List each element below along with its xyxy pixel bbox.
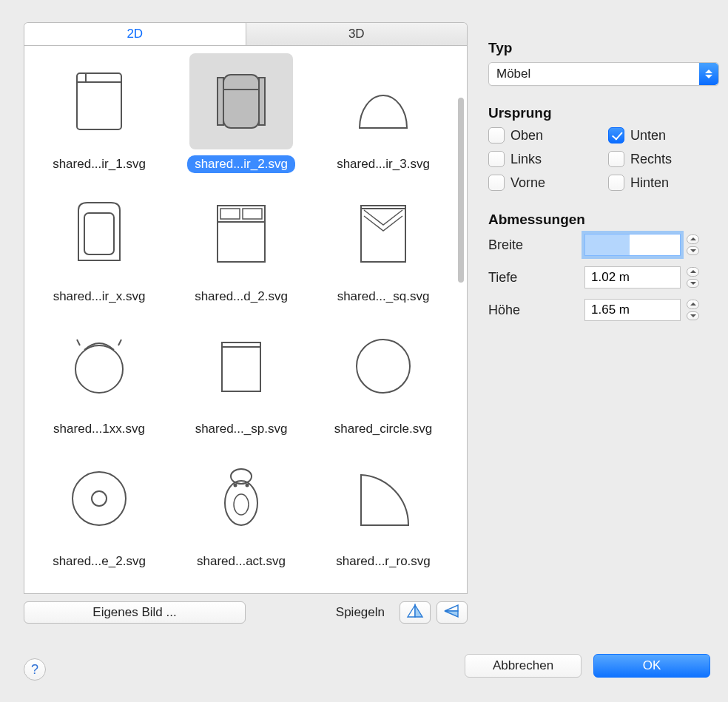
shape-filename: shared..._sp.svg — [188, 420, 295, 438]
shape-item[interactable]: shared...r_ro.svg — [316, 450, 451, 580]
dimension-input-breite[interactable] — [584, 234, 681, 256]
shape-item[interactable]: shared..._sq.svg — [316, 186, 451, 315]
shape-thumbnail — [331, 583, 435, 594]
dimension-stepper-hoehe[interactable] — [687, 300, 700, 320]
own-image-button[interactable]: Eigenes Bild ... — [24, 601, 246, 624]
origin-checkbox-rechts[interactable]: Rechts — [608, 151, 690, 167]
shape-item[interactable]: shared..._sp.svg — [174, 318, 309, 448]
svg-point-24 — [234, 484, 237, 487]
shape-item[interactable] — [174, 583, 309, 594]
shape-item[interactable] — [316, 583, 451, 594]
mirror-horizontal-icon — [406, 604, 424, 622]
shape-item[interactable]: shared...d_2.svg — [174, 186, 309, 315]
dimension-input-hoehe[interactable] — [584, 299, 681, 321]
shape-thumbnail — [189, 318, 293, 414]
origin-label: Rechts — [630, 152, 672, 167]
svg-point-14 — [75, 345, 123, 393]
tab-bar: 2D 3D — [24, 22, 468, 45]
checkbox-icon — [608, 151, 624, 167]
type-select[interactable]: Möbel — [488, 62, 719, 86]
svg-point-19 — [357, 340, 410, 393]
shape-filename: shared...ir_x.svg — [46, 288, 153, 306]
shape-thumbnail — [189, 583, 293, 594]
svg-line-15 — [77, 340, 80, 345]
origin-title: Ursprung — [488, 105, 710, 121]
svg-rect-12 — [361, 206, 405, 262]
shape-thumbnail — [47, 53, 151, 149]
svg-rect-10 — [243, 209, 262, 219]
stepper-down-icon[interactable] — [687, 311, 699, 321]
svg-line-16 — [118, 340, 121, 345]
origin-checkbox-oben[interactable]: Oben — [488, 127, 570, 144]
stepper-down-icon[interactable] — [687, 279, 699, 288]
scrollbar[interactable] — [456, 53, 465, 586]
type-select-value: Möbel — [496, 67, 530, 81]
cancel-button[interactable]: Abbrechen — [465, 654, 582, 678]
svg-point-20 — [73, 472, 126, 525]
stepper-up-icon[interactable] — [687, 267, 699, 277]
svg-rect-9 — [220, 209, 240, 219]
origin-label: Vorne — [510, 175, 545, 191]
shape-item[interactable]: shared_circle.svg — [316, 318, 451, 448]
origin-checkbox-unten[interactable]: Unten — [608, 127, 690, 144]
type-title: Typ — [488, 40, 710, 56]
shape-thumbnail — [331, 318, 435, 414]
shape-thumbnail — [189, 186, 293, 282]
shape-item[interactable]: shared...act.svg — [174, 450, 309, 580]
checkbox-icon — [488, 127, 505, 144]
dimension-label-hoehe: Höhe — [488, 303, 584, 318]
shape-thumbnail — [47, 318, 151, 414]
dimensions-title: Abmessungen — [488, 212, 710, 228]
shape-filename: shared_circle.svg — [327, 420, 439, 438]
shape-item[interactable]: shared...1xx.svg — [32, 318, 166, 448]
shape-item[interactable]: shared...ir_2.svg — [174, 53, 309, 183]
shape-filename: shared...d_2.svg — [187, 288, 295, 306]
tab-2d[interactable]: 2D — [24, 23, 246, 45]
svg-point-22 — [225, 481, 257, 525]
origin-checkbox-vorne[interactable]: Vorne — [488, 175, 570, 191]
svg-point-21 — [92, 491, 107, 506]
svg-point-26 — [234, 494, 249, 515]
origin-checkbox-links[interactable]: Links — [488, 151, 570, 167]
svg-point-25 — [246, 484, 249, 487]
shape-thumbnail — [47, 450, 151, 547]
shape-filename: shared...ir_2.svg — [187, 155, 295, 173]
dimension-input-tiefe[interactable] — [584, 266, 681, 288]
checkbox-icon — [608, 175, 624, 191]
dimension-label-tiefe: Tiefe — [488, 270, 584, 286]
svg-rect-8 — [218, 206, 265, 262]
origin-label: Links — [510, 152, 542, 167]
scrollbar-thumb[interactable] — [458, 98, 464, 283]
shape-item[interactable]: shared...ir_x.svg — [32, 186, 166, 315]
origin-label: Oben — [510, 128, 543, 144]
tab-3d[interactable]: 3D — [246, 23, 468, 45]
shape-thumbnail — [331, 186, 435, 282]
shape-item[interactable]: shared...ir_1.svg — [32, 53, 166, 183]
checkbox-icon — [608, 127, 624, 144]
svg-rect-17 — [222, 342, 260, 391]
origin-checkbox-hinten[interactable]: Hinten — [608, 175, 690, 191]
select-caret-icon — [699, 63, 718, 85]
dimension-stepper-tiefe[interactable] — [687, 267, 700, 288]
mirror-horizontal-button[interactable] — [400, 601, 431, 624]
checkbox-icon — [488, 175, 505, 191]
shape-thumbnail — [189, 53, 293, 149]
shape-item[interactable]: shared...e_2.svg — [32, 450, 166, 580]
shapes-grid: shared...ir_1.svgshared...ir_2.svgshared… — [24, 45, 468, 594]
help-icon: ? — [31, 662, 38, 678]
stepper-down-icon[interactable] — [687, 246, 699, 256]
dimension-label-breite: Breite — [488, 237, 584, 253]
origin-label: Hinten — [630, 175, 669, 191]
svg-rect-3 — [223, 75, 259, 128]
shape-filename: shared...1xx.svg — [46, 420, 152, 438]
shape-filename: shared...ir_3.svg — [329, 155, 437, 173]
stepper-up-icon[interactable] — [687, 234, 699, 244]
ok-button[interactable]: OK — [593, 654, 710, 678]
stepper-up-icon[interactable] — [687, 300, 699, 309]
help-button[interactable]: ? — [24, 658, 46, 681]
svg-rect-5 — [259, 78, 265, 125]
mirror-vertical-button[interactable] — [437, 601, 468, 624]
shape-item[interactable]: shared...ir_3.svg — [316, 53, 451, 183]
shape-item[interactable] — [32, 583, 166, 594]
dimension-stepper-breite[interactable] — [687, 234, 700, 255]
